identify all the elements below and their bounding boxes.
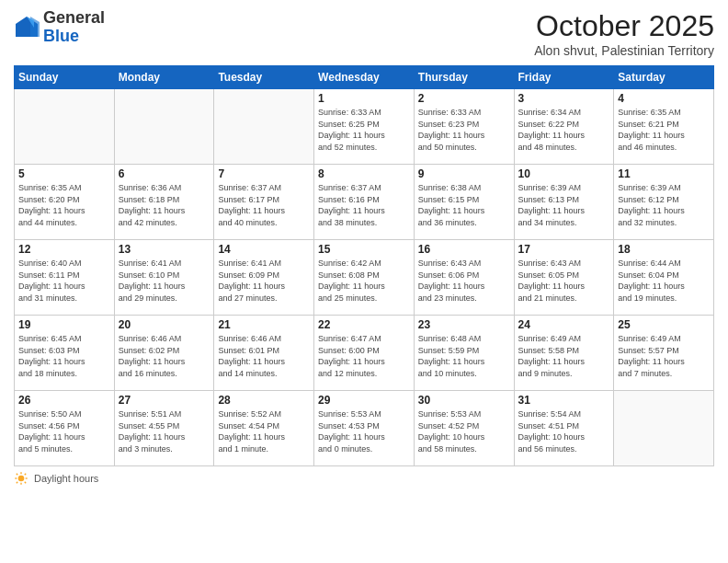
day-info: Sunrise: 6:48 AM Sunset: 5:59 PM Dayligh… [418, 333, 510, 379]
day-info: Sunrise: 6:49 AM Sunset: 5:57 PM Dayligh… [618, 333, 710, 379]
calendar-cell: 1Sunrise: 6:33 AM Sunset: 6:25 PM Daylig… [314, 89, 415, 165]
svg-line-11 [17, 482, 17, 483]
day-number: 1 [318, 92, 410, 105]
calendar-cell: 4Sunrise: 6:35 AM Sunset: 6:21 PM Daylig… [614, 89, 714, 165]
calendar-cell: 11Sunrise: 6:39 AM Sunset: 6:12 PM Dayli… [614, 165, 714, 240]
calendar-cell [214, 89, 314, 165]
calendar-week-4: 19Sunrise: 6:45 AM Sunset: 6:03 PM Dayli… [15, 316, 714, 391]
day-info: Sunrise: 5:51 AM Sunset: 4:55 PM Dayligh… [119, 408, 210, 454]
calendar-week-5: 26Sunrise: 5:50 AM Sunset: 4:56 PM Dayli… [15, 391, 714, 466]
svg-line-9 [25, 482, 26, 483]
calendar-week-2: 5Sunrise: 6:35 AM Sunset: 6:20 PM Daylig… [15, 165, 714, 240]
day-number: 8 [318, 167, 410, 180]
day-info: Sunrise: 6:33 AM Sunset: 6:23 PM Dayligh… [418, 107, 510, 153]
day-info: Sunrise: 6:46 AM Sunset: 6:02 PM Dayligh… [119, 333, 210, 379]
day-number: 15 [318, 243, 410, 256]
weekday-header-saturday: Saturday [614, 66, 714, 89]
day-info: Sunrise: 6:46 AM Sunset: 6:01 PM Dayligh… [218, 333, 310, 379]
svg-line-10 [25, 474, 26, 475]
day-number: 23 [418, 318, 510, 331]
day-info: Sunrise: 5:52 AM Sunset: 4:54 PM Dayligh… [218, 408, 310, 454]
location: Alon shvut, Palestinian Territory [534, 43, 714, 58]
svg-line-8 [17, 474, 17, 475]
weekday-header-monday: Monday [114, 66, 214, 89]
day-info: Sunrise: 6:35 AM Sunset: 6:21 PM Dayligh… [618, 107, 710, 153]
day-info: Sunrise: 6:44 AM Sunset: 6:04 PM Dayligh… [618, 258, 710, 304]
calendar-cell: 23Sunrise: 6:48 AM Sunset: 5:59 PM Dayli… [414, 316, 514, 391]
day-info: Sunrise: 6:38 AM Sunset: 6:15 PM Dayligh… [418, 182, 510, 228]
month-title: October 2025 [534, 9, 714, 43]
calendar-week-3: 12Sunrise: 6:40 AM Sunset: 6:11 PM Dayli… [15, 240, 714, 316]
day-number: 5 [18, 167, 110, 180]
day-number: 14 [218, 243, 310, 256]
day-info: Sunrise: 6:47 AM Sunset: 6:00 PM Dayligh… [318, 333, 410, 379]
calendar-cell: 27Sunrise: 5:51 AM Sunset: 4:55 PM Dayli… [114, 391, 214, 466]
calendar-cell: 20Sunrise: 6:46 AM Sunset: 6:02 PM Dayli… [114, 316, 214, 391]
day-number: 28 [218, 394, 310, 407]
calendar-cell [15, 89, 115, 165]
sun-icon [14, 471, 28, 486]
day-number: 13 [119, 243, 210, 256]
calendar-cell: 9Sunrise: 6:38 AM Sunset: 6:15 PM Daylig… [414, 165, 514, 240]
day-number: 11 [618, 167, 710, 180]
calendar-cell: 6Sunrise: 6:36 AM Sunset: 6:18 PM Daylig… [114, 165, 214, 240]
day-info: Sunrise: 6:41 AM Sunset: 6:09 PM Dayligh… [218, 258, 310, 304]
day-number: 9 [418, 167, 510, 180]
calendar-cell: 29Sunrise: 5:53 AM Sunset: 4:53 PM Dayli… [314, 391, 415, 466]
day-number: 10 [518, 167, 610, 180]
weekday-header-wednesday: Wednesday [314, 66, 415, 89]
header: General Blue October 2025 Alon shvut, Pa… [14, 9, 714, 58]
day-number: 26 [18, 394, 110, 407]
logo: General Blue [14, 9, 105, 46]
day-number: 29 [318, 394, 410, 407]
weekday-header-tuesday: Tuesday [214, 66, 314, 89]
day-number: 30 [418, 394, 510, 407]
day-number: 4 [618, 92, 710, 105]
weekday-header-row: SundayMondayTuesdayWednesdayThursdayFrid… [15, 66, 714, 89]
day-info: Sunrise: 6:41 AM Sunset: 6:10 PM Dayligh… [119, 258, 210, 304]
day-info: Sunrise: 6:39 AM Sunset: 6:13 PM Dayligh… [518, 182, 610, 228]
day-info: Sunrise: 6:43 AM Sunset: 6:06 PM Dayligh… [418, 258, 510, 304]
day-info: Sunrise: 6:37 AM Sunset: 6:16 PM Dayligh… [318, 182, 410, 228]
day-info: Sunrise: 5:53 AM Sunset: 4:53 PM Dayligh… [318, 408, 410, 454]
title-block: October 2025 Alon shvut, Palestinian Ter… [534, 9, 714, 58]
calendar-cell: 26Sunrise: 5:50 AM Sunset: 4:56 PM Dayli… [15, 391, 115, 466]
calendar-cell: 21Sunrise: 6:46 AM Sunset: 6:01 PM Dayli… [214, 316, 314, 391]
day-number: 17 [518, 243, 610, 256]
day-info: Sunrise: 6:40 AM Sunset: 6:11 PM Dayligh… [18, 258, 110, 304]
day-number: 24 [518, 318, 610, 331]
day-number: 12 [18, 243, 110, 256]
calendar-cell: 2Sunrise: 6:33 AM Sunset: 6:23 PM Daylig… [414, 89, 514, 165]
day-info: Sunrise: 6:34 AM Sunset: 6:22 PM Dayligh… [518, 107, 610, 153]
calendar-cell: 8Sunrise: 6:37 AM Sunset: 6:16 PM Daylig… [314, 165, 415, 240]
calendar-cell: 22Sunrise: 6:47 AM Sunset: 6:00 PM Dayli… [314, 316, 415, 391]
calendar-cell: 14Sunrise: 6:41 AM Sunset: 6:09 PM Dayli… [214, 240, 314, 316]
weekday-header-thursday: Thursday [414, 66, 514, 89]
calendar-cell [114, 89, 214, 165]
calendar-cell: 7Sunrise: 6:37 AM Sunset: 6:17 PM Daylig… [214, 165, 314, 240]
calendar-cell: 3Sunrise: 6:34 AM Sunset: 6:22 PM Daylig… [514, 89, 614, 165]
day-number: 20 [119, 318, 210, 331]
calendar-cell: 5Sunrise: 6:35 AM Sunset: 6:20 PM Daylig… [15, 165, 115, 240]
weekday-header-sunday: Sunday [15, 66, 115, 89]
calendar-cell: 31Sunrise: 5:54 AM Sunset: 4:51 PM Dayli… [514, 391, 614, 466]
footer: Daylight hours [14, 471, 714, 486]
logo-icon [14, 15, 40, 40]
svg-point-3 [18, 476, 25, 482]
day-number: 7 [218, 167, 310, 180]
day-number: 19 [18, 318, 110, 331]
day-info: Sunrise: 6:42 AM Sunset: 6:08 PM Dayligh… [318, 258, 410, 304]
calendar-cell: 30Sunrise: 5:53 AM Sunset: 4:52 PM Dayli… [414, 391, 514, 466]
calendar-cell: 12Sunrise: 6:40 AM Sunset: 6:11 PM Dayli… [15, 240, 115, 316]
day-number: 31 [518, 394, 610, 407]
logo-blue-text: Blue [43, 27, 79, 45]
day-info: Sunrise: 5:53 AM Sunset: 4:52 PM Dayligh… [418, 408, 510, 454]
day-info: Sunrise: 6:37 AM Sunset: 6:17 PM Dayligh… [218, 182, 310, 228]
calendar-cell: 25Sunrise: 6:49 AM Sunset: 5:57 PM Dayli… [614, 316, 714, 391]
day-number: 21 [218, 318, 310, 331]
day-info: Sunrise: 6:45 AM Sunset: 6:03 PM Dayligh… [18, 333, 110, 379]
day-info: Sunrise: 6:43 AM Sunset: 6:05 PM Dayligh… [518, 258, 610, 304]
day-number: 22 [318, 318, 410, 331]
day-number: 3 [518, 92, 610, 105]
day-number: 25 [618, 318, 710, 331]
